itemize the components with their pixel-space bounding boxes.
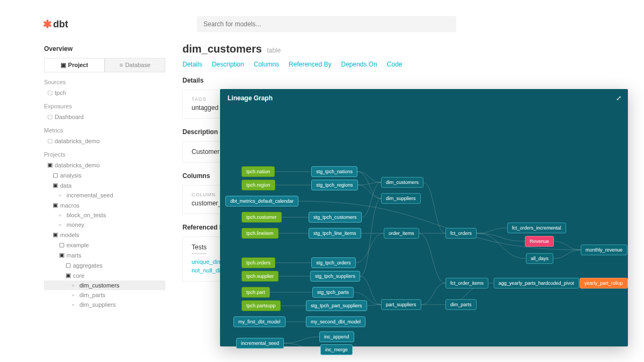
tree-item-aggregates[interactable]: ▢ aggregates xyxy=(44,260,165,270)
content-tab-code[interactable]: Code xyxy=(387,61,402,68)
lineage-graph-panel: Lineage Graph ⤢ tpch.nationtpch.regiontp… xyxy=(220,89,628,346)
file-icon: ▫ xyxy=(59,192,67,198)
lineage-node-inc_merge[interactable]: inc_merge xyxy=(320,344,353,355)
folder-icon: ▢ xyxy=(53,172,60,179)
tree-item-data[interactable]: ▣ data xyxy=(44,180,165,190)
sidebar-item-Dashboard[interactable]: ▢ Dashboard xyxy=(44,112,165,122)
tree-item-macros[interactable]: ▣ macros xyxy=(44,200,165,210)
tree-item-models[interactable]: ▣ models xyxy=(44,230,165,240)
folder-icon: ▣ xyxy=(61,62,66,68)
search-container xyxy=(197,16,456,32)
folder-open-icon: ▣ xyxy=(65,272,73,279)
search-input[interactable] xyxy=(197,16,456,32)
lineage-node-my_second_dbt_model[interactable]: my_second_dbt_model xyxy=(306,316,365,327)
file-icon: ▫ xyxy=(72,282,79,289)
lineage-node-stg_tpch_orders[interactable]: stg_tpch_orders xyxy=(311,257,356,268)
tags-value: untagged xyxy=(192,104,218,112)
lineage-node-yearly_part_rollup[interactable]: yearly_part_rollup xyxy=(580,278,628,289)
folder-icon: ▢ xyxy=(47,137,55,144)
tree-item-core[interactable]: ▣ core xyxy=(44,270,165,280)
lineage-node-tpch-nation[interactable]: tpch.nation xyxy=(241,166,275,177)
lineage-node-stg_tpch_nations[interactable]: stg_tpch_nations xyxy=(311,166,357,177)
lineage-node-all_days[interactable]: all_days xyxy=(526,253,553,264)
folder-icon: ▢ xyxy=(47,113,55,120)
lineage-node-my_first_dbt_model[interactable]: my_first_dbt_model xyxy=(233,316,286,327)
lineage-graph[interactable]: tpch.nationtpch.regiontpch.customertpch.… xyxy=(220,107,628,346)
sidebar-item-tpch[interactable]: ▢ tpch xyxy=(44,87,165,98)
lineage-node-Revenue[interactable]: Revenue xyxy=(525,236,554,247)
lineage-node-tpch-lineitem[interactable]: tpch.lineitem xyxy=(241,228,279,239)
content-tab-depends-on[interactable]: Depends On xyxy=(341,61,377,68)
project-root[interactable]: ▣ databricks_demo xyxy=(44,160,165,170)
tests-heading: Tests xyxy=(192,243,207,254)
sidebar: Overview ▣Project ≡Database Sources▢ tpc… xyxy=(38,41,172,314)
section-head-exposures: Exposures xyxy=(44,103,165,109)
database-icon: ≡ xyxy=(120,62,123,68)
lineage-node-tpch-region[interactable]: tpch.region xyxy=(241,180,275,190)
overview-heading: Overview xyxy=(44,45,165,53)
file-icon: ▫ xyxy=(59,221,67,228)
tab-database[interactable]: ≡Database xyxy=(105,58,165,72)
lineage-node-dbt_metrics_default_calendar[interactable]: dbt_metrics_default_calendar xyxy=(225,196,298,206)
lineage-node-tpch-orders[interactable]: tpch.orders xyxy=(241,257,275,268)
file-icon: ▫ xyxy=(59,212,67,218)
dbt-logo: ✱ dbt xyxy=(43,18,68,31)
file-icon: ▫ xyxy=(72,301,79,308)
lineage-node-fct_orders[interactable]: fct_orders xyxy=(445,228,477,239)
folder-open-icon: ▣ xyxy=(53,182,60,189)
lineage-node-fct_orders_incremental[interactable]: fct_orders_incremental xyxy=(507,223,566,233)
folder-icon: ▢ xyxy=(65,262,73,269)
section-head-projects: Projects xyxy=(44,151,165,158)
folder-open-icon: ▣ xyxy=(53,202,60,209)
lineage-node-tpch-customer[interactable]: tpch.customer xyxy=(241,212,282,223)
lineage-node-stg_tpch_parts[interactable]: stg_tpch_parts xyxy=(312,287,354,298)
page-subtitle: table xyxy=(267,47,281,54)
tags-label: TAGS xyxy=(192,97,218,102)
tab-project[interactable]: ▣Project xyxy=(44,58,105,72)
tree-item-money[interactable]: ▫ money xyxy=(44,220,165,230)
lineage-node-fct_order_items[interactable]: fct_order_items xyxy=(445,278,488,289)
tree-item-analysis[interactable]: ▢ analysis xyxy=(44,170,165,180)
tree-item-example[interactable]: ▢ example xyxy=(44,240,165,250)
content-tab-referenced-by[interactable]: Referenced By xyxy=(289,61,331,68)
lineage-node-tpch-part[interactable]: tpch.part xyxy=(241,287,270,298)
lineage-node-agg_yearly_parts_hardcoded_pivot[interactable]: agg_yearly_parts_hardcoded_pivot xyxy=(494,278,579,289)
lineage-node-tpch-supplier[interactable]: tpch.supplier xyxy=(241,271,279,282)
page-header: dim_customers table xyxy=(182,43,445,55)
lineage-node-monthly_revenue[interactable]: monthly_revenue xyxy=(581,245,627,255)
file-icon: ▫ xyxy=(72,292,79,298)
lineage-node-dim_customers[interactable]: dim_customers xyxy=(381,177,423,188)
page-title: dim_customers xyxy=(182,43,262,55)
folder-open-icon: ▣ xyxy=(53,231,60,238)
lineage-node-tpch-partsupp[interactable]: tpch.partsupp xyxy=(241,300,281,311)
tree-item-marts[interactable]: ▣ marts xyxy=(44,250,165,260)
sidebar-tabs: ▣Project ≡Database xyxy=(44,58,165,72)
lineage-node-order_items[interactable]: order_items xyxy=(384,228,419,239)
lineage-node-part_suppliers[interactable]: part_suppliers xyxy=(381,299,421,310)
folder-open-icon: ▣ xyxy=(47,161,55,168)
lineage-node-incremental_seed[interactable]: incremental_seed xyxy=(236,338,284,349)
lineage-node-stg_tpch_part_suppliers[interactable]: stg_tpch_part_suppliers xyxy=(306,300,367,311)
lineage-node-stg_tpch_customers[interactable]: stg_tpch_customers xyxy=(309,212,362,223)
sidebar-item-databricks_demo[interactable]: ▢ databricks_demo xyxy=(44,136,165,146)
tree-item-incremental_seed[interactable]: ▫ incremental_seed xyxy=(44,190,165,200)
section-head-metrics: Metrics xyxy=(44,127,165,134)
lineage-node-dim_suppliers[interactable]: dim_suppliers xyxy=(381,193,421,204)
lineage-node-inc_append[interactable]: inc_append xyxy=(319,331,354,342)
expand-icon[interactable]: ⤢ xyxy=(616,94,621,102)
lineage-node-stg_tpch_regions[interactable]: stg_tpch_regions xyxy=(311,180,358,190)
tree-item-dim_parts[interactable]: ▫ dim_parts xyxy=(44,290,165,300)
content-tabs: DetailsDescriptionColumnsReferenced ByDe… xyxy=(182,61,445,68)
lineage-node-dim_parts[interactable]: dim_parts xyxy=(445,299,477,310)
lineage-title: Lineage Graph xyxy=(220,89,628,107)
tree-item-dim_customers[interactable]: ▫ dim_customers xyxy=(44,280,165,290)
tree-item-block_on_tests[interactable]: ▫ block_on_tests xyxy=(44,210,165,220)
content-tab-details[interactable]: Details xyxy=(182,61,202,68)
lineage-node-stg_tpch_suppliers[interactable]: stg_tpch_suppliers xyxy=(310,271,360,282)
details-heading: Details xyxy=(182,77,445,84)
dbt-logo-text: dbt xyxy=(53,19,68,30)
content-tab-columns[interactable]: Columns xyxy=(254,61,279,68)
content-tab-description[interactable]: Description xyxy=(212,61,244,68)
tree-item-dim_suppliers[interactable]: ▫ dim_suppliers xyxy=(44,300,165,309)
lineage-node-stg_tpch_line_items[interactable]: stg_tpch_line_items xyxy=(309,228,361,239)
